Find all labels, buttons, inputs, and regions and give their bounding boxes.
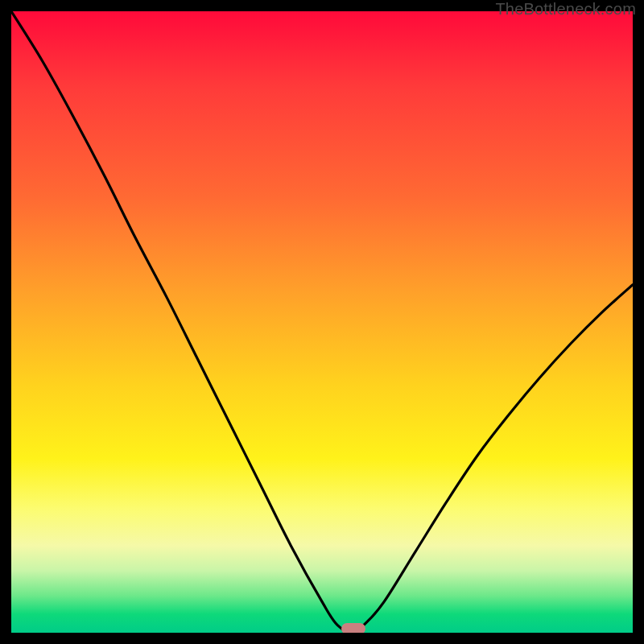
bottleneck-sweet-spot-marker xyxy=(341,623,365,633)
chart-frame: TheBottleneck.com xyxy=(0,0,644,644)
attribution-watermark: TheBottleneck.com xyxy=(495,0,636,19)
plot-area xyxy=(11,11,633,633)
bottleneck-curve xyxy=(11,11,633,633)
